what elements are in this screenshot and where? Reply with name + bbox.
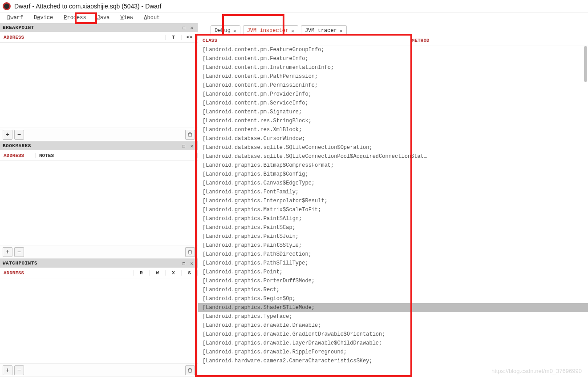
class-row[interactable]: [Landroid.graphics.Paint$Cap; — [198, 223, 588, 232]
class-row[interactable]: [Landroid.graphics.Paint$Join; — [198, 232, 588, 241]
menu-dwarf[interactable]: Dwarf — [2, 13, 28, 22]
tab-label: JVM tracer — [305, 28, 337, 34]
menu-about[interactable]: About — [138, 13, 165, 22]
close-icon[interactable]: ✕ — [189, 24, 195, 31]
tab-label: Debug — [215, 28, 231, 34]
panel-header-watchpoints[interactable]: WATCHPOINTS ❐ ✕ — [0, 259, 198, 268]
class-row[interactable]: [Landroid.graphics.FontFamily; — [198, 188, 588, 197]
scrollbar[interactable] — [584, 46, 587, 82]
col-class[interactable]: CLASS — [198, 38, 407, 43]
col-notes[interactable]: NOTES — [36, 153, 198, 158]
class-row[interactable]: [Landroid.graphics.Shader$TileMode; — [198, 303, 588, 312]
class-row[interactable]: [Landroid.graphics.Region$Op; — [198, 294, 588, 303]
col-code[interactable]: <> — [182, 35, 198, 40]
class-row[interactable]: [Landroid.graphics.Paint$Align; — [198, 214, 588, 223]
panel-header-breakpoint[interactable]: BREAKPOINT ❐ ✕ — [0, 23, 198, 32]
class-row[interactable]: [Landroid.graphics.drawable.GradientDraw… — [198, 330, 588, 339]
class-row[interactable]: [Landroid.graphics.drawable.Drawable; — [198, 321, 588, 330]
close-icon[interactable]: ✕ — [189, 260, 195, 266]
panel-header-bookmarks[interactable]: BOOKMARKS ❐ ✕ — [0, 141, 198, 150]
class-row[interactable]: [Landroid.content.res.StringBlock; — [198, 116, 588, 125]
class-row[interactable]: [Landroid.graphics.Typeface; — [198, 312, 588, 321]
right-column: Debug ✕ JVM inspector ✕ JVM tracer ✕ CLA… — [198, 23, 588, 377]
menu-process[interactable]: Process — [58, 13, 91, 22]
menu-view[interactable]: View — [115, 13, 138, 22]
class-row[interactable]: [Landroid.content.res.XmlBlock; — [198, 125, 588, 134]
trash-button[interactable] — [185, 365, 195, 375]
class-list[interactable]: [Landroid.content.pm.FeatureGroupInfo;[L… — [198, 45, 588, 365]
trash-button[interactable] — [185, 247, 195, 257]
add-button[interactable]: + — [3, 247, 12, 257]
class-row[interactable]: [Landroid.graphics.Matrix$ScaleToFit; — [198, 205, 588, 214]
class-row[interactable]: [Landroid.graphics.Path$FillType; — [198, 259, 588, 268]
class-row[interactable]: [Landroid.content.pm.FeatureGroupInfo; — [198, 45, 588, 54]
tab-jvm-tracer[interactable]: JVM tracer ✕ — [301, 25, 347, 36]
app-icon — [3, 2, 11, 10]
menu-java[interactable]: Java — [92, 13, 115, 22]
remove-button[interactable]: − — [14, 130, 24, 140]
col-s[interactable]: S — [182, 270, 198, 276]
menubar: Dwarf Device Process Java View About — [0, 12, 588, 23]
panel-title: WATCHPOINTS — [3, 261, 37, 266]
class-table-headers: CLASS METHOD — [198, 36, 588, 45]
tab-debug[interactable]: Debug ✕ — [211, 25, 240, 36]
trash-icon — [187, 249, 193, 255]
class-row[interactable]: [Landroid.graphics.drawable.LayerDrawabl… — [198, 339, 588, 348]
panel-breakpoint: BREAKPOINT ❐ ✕ ADDRESS T <> + − — [0, 23, 198, 141]
bookmarks-body — [0, 161, 198, 245]
class-table: CLASS METHOD [Landroid.content.pm.Featur… — [198, 36, 588, 377]
class-row[interactable]: [Landroid.database.sqlite.SQLiteConnecti… — [198, 152, 588, 161]
remove-button[interactable]: − — [14, 365, 24, 375]
trash-button[interactable] — [185, 130, 195, 140]
class-row[interactable]: [Landroid.graphics.Canvas$EdgeType; — [198, 179, 588, 188]
col-method[interactable]: METHOD — [407, 38, 588, 43]
class-row[interactable]: [Landroid.hardware.camera2.CameraCharact… — [198, 357, 588, 365]
class-row[interactable]: [Landroid.graphics.Bitmap$CompressFormat… — [198, 161, 588, 170]
add-button[interactable]: + — [3, 365, 12, 375]
class-row[interactable]: [Landroid.graphics.Paint$Style; — [198, 241, 588, 250]
class-row[interactable]: [Landroid.graphics.Interpolator$Result; — [198, 197, 588, 205]
col-address[interactable]: ADDRESS — [0, 35, 166, 40]
close-icon[interactable]: ✕ — [233, 28, 236, 34]
bookmarks-footer: + − — [0, 245, 198, 258]
class-row[interactable]: [Landroid.content.pm.InstrumentationInfo… — [198, 63, 588, 72]
class-row[interactable]: [Landroid.content.pm.Signature; — [198, 108, 588, 116]
col-x[interactable]: X — [166, 270, 182, 276]
trash-icon — [187, 367, 193, 373]
col-address[interactable]: ADDRESS — [0, 153, 36, 158]
panel-title: BOOKMARKS — [3, 143, 31, 148]
close-icon[interactable]: ✕ — [291, 28, 294, 34]
restore-icon[interactable]: ❐ — [181, 24, 187, 31]
class-row[interactable]: [Landroid.content.pm.PathPermission; — [198, 72, 588, 81]
bookmarks-columns: ADDRESS NOTES — [0, 150, 198, 161]
close-icon[interactable]: ✕ — [340, 28, 343, 34]
breakpoint-footer: + − — [0, 128, 198, 141]
col-w[interactable]: W — [150, 270, 166, 276]
tab-label: JVM inspector — [247, 28, 289, 34]
class-row[interactable]: [Landroid.graphics.Path$Direction; — [198, 250, 588, 259]
watchpoints-footer: + − — [0, 363, 198, 377]
add-button[interactable]: + — [3, 130, 12, 140]
col-address[interactable]: ADDRESS — [0, 270, 134, 276]
breakpoint-body — [0, 43, 198, 128]
class-row[interactable]: [Landroid.graphics.Rect; — [198, 285, 588, 294]
watchpoints-columns: ADDRESS R W X S — [0, 268, 198, 278]
class-row[interactable]: [Landroid.database.sqlite.SQLiteConnecti… — [198, 143, 588, 152]
col-t[interactable]: T — [166, 35, 182, 40]
class-row[interactable]: [Landroid.content.pm.PermissionInfo; — [198, 81, 588, 90]
class-row[interactable]: [Landroid.graphics.Bitmap$Config; — [198, 170, 588, 179]
class-row[interactable]: [Landroid.graphics.PorterDuff$Mode; — [198, 277, 588, 285]
tab-jvm-inspector[interactable]: JVM inspector ✕ — [243, 25, 298, 36]
class-row[interactable]: [Landroid.database.CursorWindow; — [198, 134, 588, 143]
close-icon[interactable]: ✕ — [189, 143, 195, 149]
menu-device[interactable]: Device — [28, 13, 58, 22]
class-row[interactable]: [Landroid.content.pm.ServiceInfo; — [198, 99, 588, 108]
restore-icon[interactable]: ❐ — [181, 260, 187, 266]
class-row[interactable]: [Landroid.graphics.drawable.RippleForegr… — [198, 348, 588, 357]
restore-icon[interactable]: ❐ — [181, 143, 187, 149]
class-row[interactable]: [Landroid.content.pm.FeatureInfo; — [198, 54, 588, 63]
class-row[interactable]: [Landroid.content.pm.ProviderInfo; — [198, 90, 588, 99]
remove-button[interactable]: − — [14, 247, 24, 257]
class-row[interactable]: [Landroid.graphics.Point; — [198, 268, 588, 277]
col-r[interactable]: R — [134, 270, 150, 276]
